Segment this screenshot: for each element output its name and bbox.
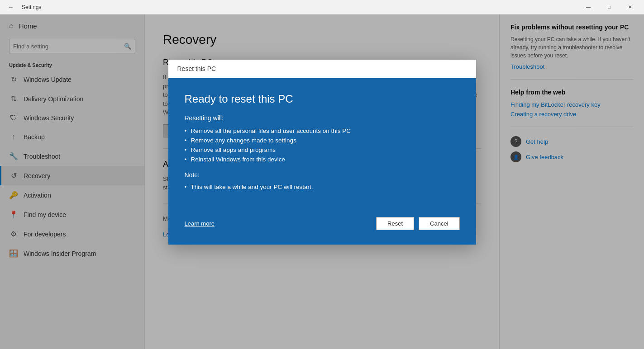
window-title: Settings (22, 4, 41, 10)
title-bar: ← Settings — □ ✕ (0, 0, 644, 14)
dialog-body: Ready to reset this PC Resetting will: R… (168, 78, 476, 217)
window-controls: — □ ✕ (578, 0, 640, 14)
dialog-overlay: Reset this PC Ready to reset this PC Res… (0, 14, 644, 349)
reset-dialog: Reset this PC Ready to reset this PC Res… (168, 60, 476, 245)
resetting-will-label: Resetting will: (185, 114, 460, 122)
reset-button[interactable]: Reset (376, 217, 414, 230)
bullet-1: Remove any changes made to settings (185, 136, 460, 145)
minimize-button[interactable]: — (578, 0, 599, 14)
close-button[interactable]: ✕ (620, 0, 640, 14)
dialog-title: Ready to reset this PC (185, 93, 460, 105)
back-button[interactable]: ← (5, 2, 16, 13)
reset-bullets: Remove all the personal files and user a… (185, 126, 460, 164)
dialog-footer: Learn more Reset Cancel (168, 217, 476, 245)
bullet-3: Reinstall Windows from this device (185, 155, 460, 164)
cancel-button[interactable]: Cancel (419, 217, 459, 230)
note-label: Note: (185, 171, 460, 179)
dialog-header: Reset this PC (168, 60, 476, 78)
note-bullets: This will take a while and your PC will … (185, 182, 460, 192)
bullet-2: Remove all apps and programs (185, 145, 460, 155)
dialog-buttons: Reset Cancel (376, 217, 459, 230)
maximize-button[interactable]: □ (599, 0, 620, 14)
note-bullet-0: This will take a while and your PC will … (185, 182, 460, 192)
dialog-learn-more-link[interactable]: Learn more (185, 220, 215, 227)
bullet-0: Remove all the personal files and user a… (185, 126, 460, 136)
